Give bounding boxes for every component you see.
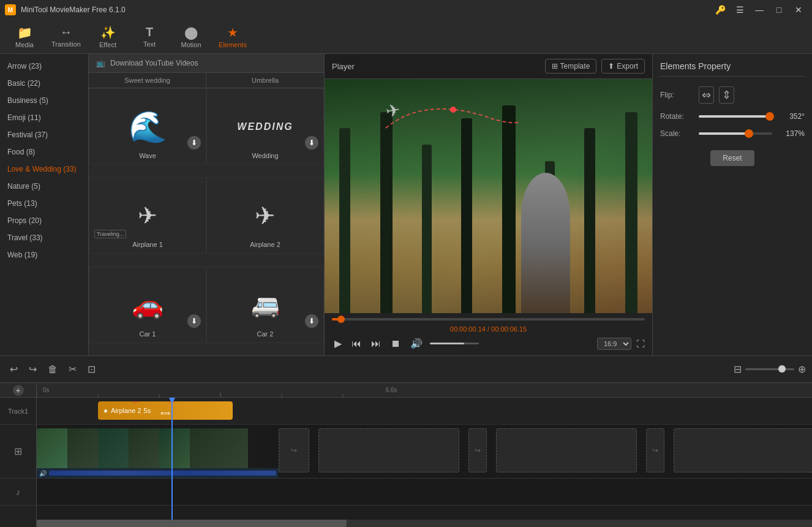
category-travel[interactable]: Travel (33): [0, 229, 88, 246]
element-car2[interactable]: 🚐 ⬇ Car 2: [206, 267, 324, 343]
empty-slot-3: [496, 428, 637, 472]
zoom-in-button[interactable]: ⊕: [798, 363, 806, 375]
category-web[interactable]: Web (19): [0, 246, 88, 264]
category-food[interactable]: Food (8): [0, 143, 88, 161]
scale-thumb[interactable]: [745, 129, 753, 138]
transition-slot-2[interactable]: ↪: [468, 428, 487, 472]
main-area: Arrow (23) Basic (22) Business (5) Emoji…: [0, 54, 812, 355]
zoom-slider[interactable]: [745, 368, 794, 370]
window-controls: 🔑 ☰ — □ ✕: [712, 4, 807, 16]
zoom-out-button[interactable]: ⊟: [734, 363, 742, 375]
aspect-ratio-select[interactable]: 16:9 9:16 1:1 4:3: [597, 338, 631, 350]
category-nature[interactable]: Nature (5): [0, 178, 88, 195]
wedding-download-btn[interactable]: ⬇: [305, 136, 318, 150]
volume-button[interactable]: 🔊: [408, 336, 425, 351]
export-button[interactable]: ⬆ Export: [601, 59, 645, 74]
category-festival[interactable]: Festival (37): [0, 126, 88, 143]
timeline-zoom: ⊟ ⊕: [734, 363, 806, 375]
wave-download-btn[interactable]: ⬇: [187, 136, 201, 150]
flip-label: Flip:: [660, 91, 694, 99]
download-bar[interactable]: 📺 Download YouTube Videos: [89, 54, 324, 73]
car1-label: Car 1: [140, 330, 156, 338]
element-wave[interactable]: 🌊 ⬇ Wave: [89, 88, 206, 165]
motion-tool-button[interactable]: ⬤ Motion: [171, 22, 211, 51]
close-button[interactable]: ✕: [790, 4, 807, 16]
audio-track-icon: ♪: [16, 487, 20, 497]
scale-fill: [699, 132, 749, 135]
flip-row: Flip: ⇔ ⇕: [660, 86, 805, 104]
car2-download-btn[interactable]: ⬇: [305, 314, 318, 328]
audio-track-label: ♪: [0, 479, 36, 506]
undo-button[interactable]: ↩: [6, 361, 21, 377]
element-airplane1[interactable]: ✈ Traveling... ⬇ Airplane 1: [89, 177, 206, 254]
video-frame-5: [159, 428, 190, 472]
wave-thumbnail: 🌊: [123, 105, 172, 148]
video-frame-6: [190, 428, 248, 472]
elements-tool-button[interactable]: ★ Elements: [213, 22, 252, 51]
transition-tool-button[interactable]: ↔ Transition: [47, 22, 86, 51]
toolbar: 📁 Media ↔ Transition ✨ Effect T Text ⬤ M…: [0, 20, 812, 54]
player-controls: 00:00:00.14 / 00:00:06.15 ▶ ⏮ ⏭ ⏹ 🔊 16:9…: [325, 313, 652, 355]
ruler-ticks: [37, 383, 812, 397]
template-button[interactable]: ⊞ Template: [545, 59, 597, 74]
scale-slider[interactable]: [699, 132, 772, 135]
zoom-thumb[interactable]: [778, 365, 786, 373]
element-car1[interactable]: 🚗 ⬇ Car 1: [89, 267, 206, 343]
prev-button[interactable]: ⏮: [349, 337, 364, 351]
flip-controls: ⇔ ⇕: [699, 86, 734, 104]
empty-slot-4: [674, 428, 812, 472]
category-love-wedding[interactable]: Love & Wedding (33): [0, 161, 88, 178]
element-wedding[interactable]: WEDDING ⬇ Wedding: [206, 88, 324, 165]
rotate-slider[interactable]: [699, 115, 772, 118]
timeline-scrollbar[interactable]: [37, 520, 812, 527]
media-tool-button[interactable]: 📁 Media: [5, 22, 44, 51]
category-business[interactable]: Business (5): [0, 92, 88, 109]
scrollbar-thumb[interactable]: [37, 520, 347, 527]
text-tool-button[interactable]: T Text: [130, 22, 169, 51]
app-title: MiniTool MovieMaker Free 6.1.0: [21, 6, 707, 14]
stop-button[interactable]: ⏹: [388, 337, 403, 351]
crop-button[interactable]: ⊡: [84, 361, 99, 377]
resize-handle-icon[interactable]: ⟺: [160, 409, 170, 417]
category-sidebar: Arrow (23) Basic (22) Business (5) Emoji…: [0, 54, 89, 355]
element-airplane2[interactable]: ✈ ⬇ Airplane 2: [206, 177, 324, 254]
delete-button[interactable]: 🗑: [44, 362, 61, 377]
maximize-button[interactable]: □: [770, 4, 788, 16]
cut-button[interactable]: ✂: [65, 361, 80, 377]
rotate-thumb[interactable]: [765, 112, 774, 121]
key-button[interactable]: 🔑: [712, 4, 729, 16]
template-icon: ⊞: [552, 62, 558, 70]
clip-label: Airplane 2: [111, 407, 141, 414]
scale-value: 137%: [777, 129, 805, 138]
airplane1-label: Airplane 1: [132, 241, 163, 248]
category-emoji[interactable]: Emoji (11): [0, 109, 88, 126]
video-frame-3: [98, 428, 129, 472]
timeline-ruler: 0s 6.6s: [37, 383, 812, 398]
flip-horizontal-icon[interactable]: ⇔: [699, 86, 714, 104]
reset-button[interactable]: Reset: [710, 150, 754, 166]
add-track-button[interactable]: +: [13, 385, 24, 396]
next-button[interactable]: ⏭: [369, 337, 383, 351]
category-props[interactable]: Props (20): [0, 212, 88, 229]
progress-thumb[interactable]: [337, 316, 345, 323]
video-frames[interactable]: [37, 428, 279, 472]
transition-slot-1[interactable]: ↪: [279, 428, 309, 472]
category-pets[interactable]: Pets (13): [0, 195, 88, 212]
section-header-sweet: Sweet wedding: [89, 73, 206, 88]
effect-tool-button[interactable]: ✨ Effect: [88, 22, 127, 51]
timeline-labels: + Track1 ⊞ ♪: [0, 383, 37, 527]
timeline-toolbar: ↩ ↪ 🗑 ✂ ⊡ ⊟ ⊕: [0, 356, 812, 383]
elements-track: ← → ★ Airplane 2 5s ⟺: [37, 398, 812, 425]
play-button[interactable]: ▶: [332, 336, 344, 351]
volume-slider[interactable]: [430, 343, 479, 344]
menu-button[interactable]: ☰: [731, 4, 748, 16]
redo-button[interactable]: ↪: [25, 361, 40, 377]
flip-vertical-icon[interactable]: ⇕: [719, 86, 734, 104]
minimize-button[interactable]: —: [751, 4, 768, 16]
transition-slot-3[interactable]: ↪: [646, 428, 664, 472]
car1-download-btn[interactable]: ⬇: [187, 314, 201, 328]
category-basic[interactable]: Basic (22): [0, 75, 88, 92]
fullscreen-button[interactable]: ⛶: [636, 339, 645, 349]
progress-bar[interactable]: [332, 318, 645, 320]
category-arrow[interactable]: Arrow (23): [0, 58, 88, 75]
